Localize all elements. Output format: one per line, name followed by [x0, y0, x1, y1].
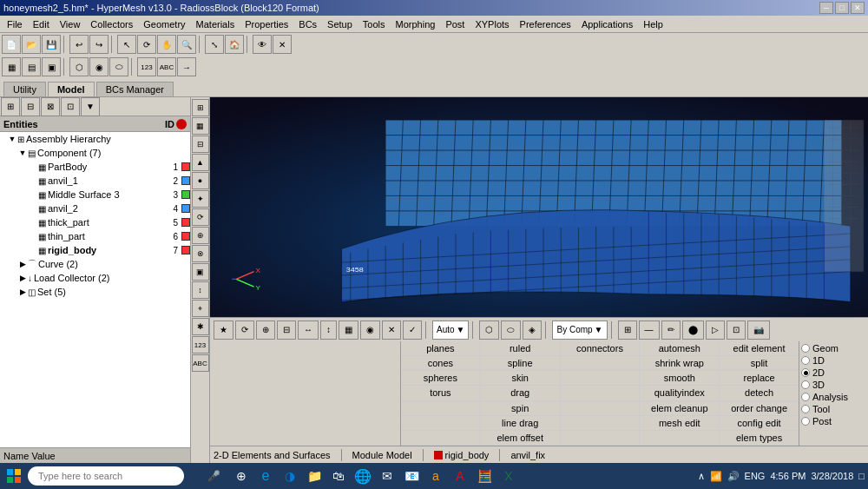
view-btn-2[interactable]: ◉: [89, 57, 108, 76]
vt-btn-8[interactable]: ◉: [360, 320, 380, 340]
entity-tb-5[interactable]: ▼: [81, 97, 100, 116]
torus-btn[interactable]: torus: [401, 386, 481, 400]
expand-set[interactable]: ▶: [17, 287, 28, 297]
automesh-btn[interactable]: automesh: [640, 341, 720, 355]
viewport-3d[interactable]: Model Info: C:/Users/VAIBHAV/Desktop/hm …: [210, 97, 868, 317]
menu-item-bcs[interactable]: BCs: [293, 17, 322, 31]
notification-icon[interactable]: □: [858, 471, 865, 481]
ruled-btn[interactable]: ruled: [481, 341, 561, 355]
radio-post-dot[interactable]: [801, 417, 810, 426]
entity-tb-4[interactable]: ⊡: [61, 97, 80, 116]
taskbar-mail[interactable]: 📧: [401, 466, 422, 486]
taskbar-excel[interactable]: X: [498, 466, 519, 486]
taskbar-email[interactable]: ✉: [377, 466, 398, 486]
display-button[interactable]: 👁: [253, 35, 272, 54]
expand-load[interactable]: ▶: [17, 273, 28, 283]
strip-btn-13[interactable]: ✱: [192, 318, 209, 335]
tab-bcs-manager[interactable]: BCs Manager: [96, 82, 174, 96]
taskbar-adobe[interactable]: A: [450, 466, 470, 486]
strip-btn-12[interactable]: ⌖: [192, 300, 209, 317]
vt-btn-19[interactable]: ⊡: [727, 320, 746, 340]
strip-btn-11[interactable]: ↕: [192, 281, 209, 299]
view-btn-1[interactable]: ⬡: [69, 57, 89, 76]
tree-row-assembly[interactable]: ▼ ⊞ Assembly Hierarchy: [0, 132, 190, 146]
mesh-btn-3[interactable]: ▣: [42, 57, 61, 76]
strip-btn-7[interactable]: ⟳: [192, 208, 209, 226]
radio-analysis[interactable]: Analysis: [801, 392, 866, 402]
maximize-button[interactable]: □: [835, 2, 849, 14]
vt-btn-18[interactable]: ▷: [706, 320, 725, 340]
elemoffset-btn[interactable]: elem offset: [481, 431, 561, 445]
vt-btn-5[interactable]: ↔: [298, 320, 319, 340]
menu-item-preferences[interactable]: Preferences: [515, 17, 576, 31]
menu-item-tools[interactable]: Tools: [358, 17, 391, 31]
radio-tool[interactable]: Tool: [801, 404, 866, 414]
vt-btn-17[interactable]: ⬤: [682, 320, 704, 340]
search-input[interactable]: [28, 466, 184, 486]
strip-btn-10[interactable]: ▣: [192, 263, 209, 281]
auto-dropdown[interactable]: Auto ▼: [432, 320, 469, 340]
radio-1d-dot[interactable]: [801, 356, 810, 365]
tree-row-component[interactable]: ▼ ▤ Component (7): [0, 146, 190, 160]
menu-item-help[interactable]: Help: [638, 17, 668, 31]
expand-assembly[interactable]: ▼: [7, 134, 17, 144]
vt-btn-9[interactable]: ✕: [382, 320, 401, 340]
menu-item-materials[interactable]: Materials: [191, 17, 240, 31]
home-button[interactable]: 🏠: [225, 35, 244, 54]
abc-btn[interactable]: ABC: [157, 57, 176, 76]
strip-btn-1[interactable]: ⊞: [192, 99, 209, 116]
strip-btn-14[interactable]: 123: [192, 336, 209, 354]
strip-btn-9[interactable]: ⊗: [192, 245, 209, 262]
vt-btn-7[interactable]: ▦: [339, 320, 358, 340]
tray-up-arrow[interactable]: ∧: [698, 471, 705, 482]
tree-row-partbody[interactable]: ▦ PartBody 1: [0, 160, 190, 174]
vt-btn-2[interactable]: ⟳: [235, 320, 254, 340]
redo-button[interactable]: ↪: [89, 35, 108, 54]
menu-item-morphing[interactable]: Morphing: [391, 17, 441, 31]
fit-button[interactable]: ⤡: [205, 35, 224, 54]
strip-btn-6[interactable]: ✦: [192, 190, 209, 208]
hide-button[interactable]: ✕: [273, 35, 292, 54]
taskbar-store[interactable]: 🛍: [328, 466, 349, 486]
zoom-button[interactable]: 🔍: [177, 35, 196, 54]
menu-item-view[interactable]: View: [55, 17, 86, 31]
connectors-btn[interactable]: connectors: [561, 341, 641, 355]
tab-utility[interactable]: Utility: [3, 82, 46, 96]
spheres-btn[interactable]: spheres: [401, 371, 481, 385]
radio-1d[interactable]: 1D: [801, 355, 866, 366]
volume-icon[interactable]: 🔊: [727, 471, 740, 482]
menu-item-setup[interactable]: Setup: [322, 17, 358, 31]
vt-btn-16[interactable]: ✏: [661, 320, 681, 340]
replace-btn[interactable]: replace: [720, 371, 799, 385]
strip-btn-2[interactable]: ▦: [192, 117, 209, 135]
tab-model[interactable]: Model: [48, 82, 95, 96]
radio-3d-dot[interactable]: [801, 380, 810, 389]
smooth-btn[interactable]: smooth: [640, 371, 720, 385]
tree-row-rigidbody[interactable]: ▦ rigid_body 7: [0, 243, 190, 257]
menu-item-applications[interactable]: Applications: [576, 17, 638, 31]
menu-item-collectors[interactable]: Collectors: [85, 17, 138, 31]
close-button[interactable]: ✕: [851, 2, 865, 14]
arrow-btn[interactable]: →: [177, 57, 196, 76]
new-button[interactable]: 📄: [2, 35, 21, 54]
radio-analysis-dot[interactable]: [801, 393, 810, 401]
entity-tb-1[interactable]: ⊞: [1, 97, 20, 116]
menu-item-geometry[interactable]: Geometry: [138, 17, 190, 31]
tree-row-set[interactable]: ▶ ◫ Set (5): [0, 285, 190, 299]
tree-row-thinpart[interactable]: ▦ thin_part 6: [0, 229, 190, 243]
minimize-button[interactable]: ─: [819, 2, 833, 14]
radio-post[interactable]: Post: [801, 416, 866, 426]
vt-btn-11[interactable]: ⬡: [479, 320, 499, 340]
meshedit-btn[interactable]: mesh edit: [640, 416, 720, 430]
shrinkwrap-btn[interactable]: shrink wrap: [640, 356, 720, 370]
mesh-btn-1[interactable]: ▦: [2, 57, 21, 76]
strip-btn-4[interactable]: ▲: [192, 154, 209, 171]
tree-row-anvil2[interactable]: ▦ anvil_2 4: [0, 202, 190, 215]
taskbar-amazon[interactable]: a: [425, 466, 446, 486]
radio-tool-dot[interactable]: [801, 405, 810, 413]
configedit-btn[interactable]: config edit: [720, 416, 799, 430]
tree-row-load[interactable]: ▶ ↓ Load Collector (2): [0, 271, 190, 285]
vt-btn-13[interactable]: ◈: [523, 320, 542, 340]
strip-btn-3[interactable]: ⊟: [192, 135, 209, 153]
menu-item-xyplots[interactable]: XYPlots: [470, 17, 514, 31]
